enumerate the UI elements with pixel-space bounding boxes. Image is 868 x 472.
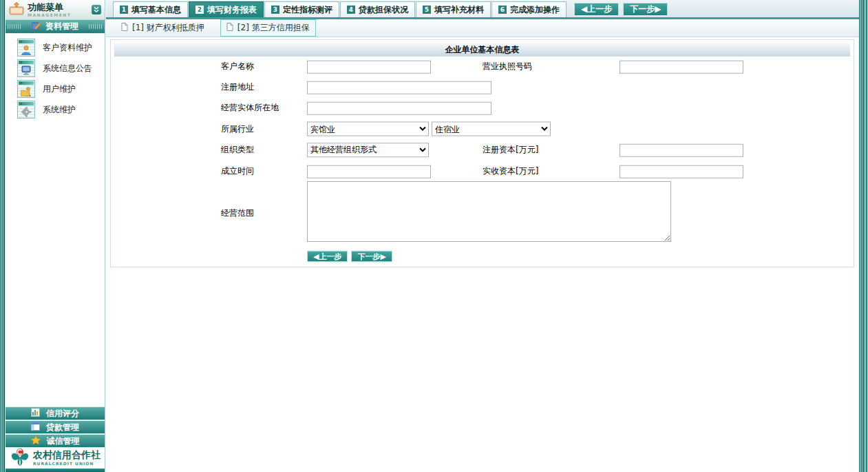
- subtab-third-party-guarantee[interactable]: [2] 第三方信用担保: [220, 19, 316, 37]
- integrity-star-icon: [31, 435, 41, 447]
- founded-label: 成立时间: [221, 165, 254, 177]
- sidebar-header: 功能菜单 MANAGEMENT: [6, 0, 105, 20]
- form-row: 所属行业 宾馆业 住宿业: [111, 121, 854, 137]
- system-announcement-icon: [17, 59, 35, 77]
- right-edge-stripes: [859, 0, 868, 472]
- form-row: 注册地址: [111, 79, 854, 95]
- credit-score-icon: [31, 408, 40, 419]
- reg-capital-label: 注册资本[万元]: [483, 144, 538, 156]
- tab-number-icon: 3: [271, 6, 279, 14]
- sidebar-section-label: 信用评分: [46, 408, 79, 420]
- sidebar-section-data-management[interactable]: 资料管理: [6, 20, 105, 34]
- form-body: 客户名称 营业执照号码 注册地址 经营实体所在地 所属行业: [111, 58, 854, 265]
- form-row: 经营范围: [111, 182, 854, 244]
- app-window: 功能菜单 MANAGEMENT 资料管理: [0, 0, 868, 472]
- form-row: 组织类型 其他经营组织形式 注册资本[万元]: [111, 141, 854, 158]
- form-next-button[interactable]: 下一步▶: [351, 251, 392, 263]
- sidebar-section-label: 贷款管理: [46, 422, 79, 433]
- industry-secondary-select[interactable]: 住宿业: [432, 122, 551, 136]
- tab-label: 完成添加操作: [510, 4, 560, 16]
- entity-location-input[interactable]: [307, 101, 491, 114]
- form-row: 成立时间 实收资本[万元]: [111, 163, 854, 179]
- wizard-tab-supplementary-material[interactable]: 5 填写补充材料: [416, 1, 491, 17]
- sidebar-item-system-announcement[interactable]: 系统信息公告: [6, 58, 105, 79]
- sidebar-item-label: 系统维护: [43, 104, 76, 116]
- business-scope-label: 经营范围: [221, 207, 254, 219]
- wizard-tab-qualitative-evaluation[interactable]: 3 定性指标测评: [264, 1, 339, 17]
- loan-management-icon: [31, 422, 40, 433]
- industry-primary-select[interactable]: 宾馆业: [307, 122, 429, 136]
- wizard-tab-basic-info[interactable]: 1 填写基本信息: [113, 1, 188, 17]
- tab-label: 定性指标测评: [283, 4, 332, 16]
- tab-number-icon: 5: [423, 6, 431, 14]
- subtab-label: [1] 财产权利抵质押: [132, 22, 204, 34]
- rural-credit-union-logo: 农村信用合作社 RURALCREDIT UNION: [6, 447, 105, 469]
- form-prev-button[interactable]: ◀上一步: [307, 251, 348, 263]
- sidebar-menu: 客户资料维护 系统信息公告: [6, 34, 105, 120]
- sidebar-section-label: 诚信管理: [47, 435, 80, 447]
- sidebar-subtitle: MANAGEMENT: [28, 13, 72, 17]
- sidebar-section-integrity-management[interactable]: 诚信管理: [6, 434, 105, 447]
- customer-name-input[interactable]: [307, 60, 431, 73]
- tick-marks-left: [8, 24, 21, 29]
- left-edge-stripes: [0, 0, 6, 472]
- business-scope-textarea[interactable]: [307, 181, 671, 242]
- license-no-label: 营业执照号码: [483, 61, 532, 72]
- sidebar-title: 功能菜单: [28, 3, 72, 12]
- reg-address-label: 注册地址: [221, 81, 254, 93]
- logo-subtitle: RURALCREDIT UNION: [33, 461, 100, 466]
- paid-capital-label: 实收资本[万元]: [483, 165, 538, 177]
- tab-label: 填写基本信息: [131, 4, 181, 16]
- form-row: 客户名称 营业执照号码: [111, 58, 854, 74]
- wizard-tab-loan-guarantee[interactable]: 4 贷款担保状况: [340, 1, 415, 17]
- next-step-button[interactable]: 下一步▶: [623, 3, 668, 16]
- paid-capital-input[interactable]: [620, 165, 743, 178]
- license-no-input[interactable]: [620, 60, 743, 73]
- tab-number-icon: 2: [195, 6, 204, 14]
- sidebar-item-user-maintenance[interactable]: 用户维护: [6, 79, 105, 99]
- tick-marks-right: [89, 24, 103, 29]
- sidebar-item-customer-profile[interactable]: 客户资料维护: [6, 37, 105, 58]
- sidebar-section-loan-management[interactable]: 贷款管理: [6, 420, 105, 433]
- user-maintenance-icon: [17, 80, 35, 98]
- subtab-property-pledge[interactable]: [1] 财产权利抵质押: [115, 19, 211, 37]
- reg-address-input[interactable]: [307, 81, 491, 94]
- prev-step-button[interactable]: ◀上一步: [574, 3, 619, 16]
- logo-title: 农村信用合作社: [33, 450, 100, 460]
- sidebar-bottom-strip: [6, 469, 105, 472]
- document-icon: [121, 23, 128, 33]
- tab-number-icon: 1: [120, 6, 128, 14]
- tab-number-icon: 6: [498, 6, 507, 14]
- tab-label: 填写财务报表: [207, 4, 257, 16]
- sidebar-item-label: 客户资料维护: [43, 42, 92, 54]
- wizard-tab-financial-report[interactable]: 2 填写财务报表: [189, 1, 264, 17]
- logo-emblem-icon: [10, 447, 30, 469]
- customer-profile-icon: [17, 39, 35, 57]
- sidebar: 功能菜单 MANAGEMENT 资料管理: [6, 0, 105, 472]
- org-type-label: 组织类型: [221, 144, 254, 156]
- subtab-label: [2] 第三方信用担保: [237, 22, 310, 34]
- industry-label: 所属行业: [221, 123, 254, 135]
- form-panel: 企业单位基本信息表 客户名称 营业执照号码 注册地址 经营实体所在地: [110, 39, 854, 267]
- wizard-tabbar: 1 填写基本信息 2 填写财务报表 3 定性指标测评 4 贷款担保状况 5 填写…: [106, 0, 859, 17]
- form-row: 经营实体所在地: [111, 99, 854, 116]
- sidebar-item-system-maintenance[interactable]: 系统维护: [6, 99, 105, 120]
- customer-name-label: 客户名称: [221, 61, 254, 72]
- pencil-icon: [32, 21, 41, 32]
- sidebar-spacer: [6, 120, 105, 406]
- form-button-row: ◀上一步 下一步▶: [111, 250, 854, 263]
- entity-location-label: 经营实体所在地: [221, 102, 279, 114]
- wizard-nav-buttons: ◀上一步 下一步▶: [574, 3, 668, 16]
- sidebar-section-label: 资料管理: [45, 21, 78, 32]
- tab-label: 填写补充材料: [434, 4, 484, 16]
- sidebar-section-credit-score[interactable]: 信用评分: [6, 407, 105, 420]
- reg-capital-input[interactable]: [620, 143, 743, 156]
- founded-input[interactable]: [307, 165, 431, 178]
- content-area: 企业单位基本信息表 客户名称 营业执照号码 注册地址 经营实体所在地: [106, 37, 859, 472]
- wizard-tab-complete-operation[interactable]: 6 完成添加操作: [491, 1, 567, 17]
- collapse-icon[interactable]: [92, 5, 101, 14]
- org-type-select[interactable]: 其他经营组织形式: [307, 143, 429, 157]
- main-area: 1 填写基本信息 2 填写财务报表 3 定性指标测评 4 贷款担保状况 5 填写…: [106, 0, 859, 472]
- document-icon: [226, 23, 233, 33]
- function-menu-icon: [9, 2, 24, 18]
